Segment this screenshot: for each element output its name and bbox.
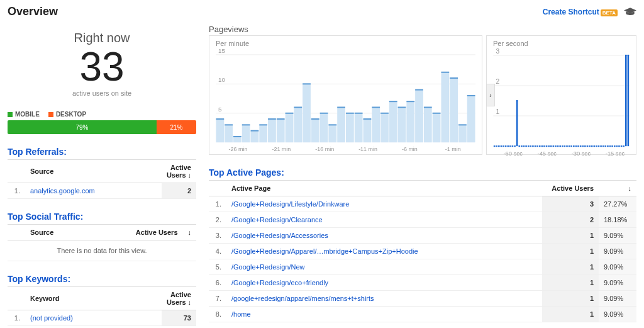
row-pct: 18.18% (599, 212, 636, 228)
row-link[interactable]: /Google+Redesign/Accessories (226, 228, 542, 244)
svg-rect-36 (346, 113, 354, 142)
svg-rect-60 (450, 78, 458, 142)
svg-text:-6 min: -6 min (402, 146, 418, 152)
col-active-page[interactable]: Active Page (226, 181, 542, 196)
sort-icon[interactable]: ↓ (599, 181, 636, 196)
svg-rect-196 (628, 55, 630, 146)
col-active-users[interactable]: Active Users (542, 181, 599, 196)
svg-text:-16 min: -16 min (315, 146, 334, 152)
svg-text:-30 sec: -30 sec (572, 150, 591, 157)
row-index: 5. (209, 259, 226, 275)
svg-text:-60 sec: -60 sec (504, 150, 523, 157)
row-pct: 27.27% (599, 196, 636, 212)
row-users: 2 (162, 183, 196, 199)
svg-rect-64 (467, 96, 475, 142)
svg-rect-58 (441, 72, 449, 142)
chart-collapse-button[interactable]: › (486, 84, 495, 106)
table-row: 3./Google+Redesign/Accessories19.09% (209, 228, 636, 244)
row-link[interactable]: /Google+Redesign/Clearance (226, 212, 542, 228)
col-source[interactable]: Source (25, 225, 87, 240)
svg-rect-54 (424, 107, 432, 142)
table-row: 5./Google+Redesign/New19.09% (209, 259, 636, 275)
row-pct: 9.09% (599, 259, 636, 275)
svg-rect-38 (355, 113, 363, 142)
svg-text:2: 2 (496, 78, 499, 85)
row-pct: 9.09% (599, 275, 636, 291)
row-index: 3. (209, 228, 226, 244)
svg-rect-42 (372, 107, 380, 142)
row-index: 1. (8, 183, 25, 199)
col-active-users[interactable]: Active Users (87, 225, 182, 240)
svg-rect-48 (398, 107, 406, 142)
svg-text:1: 1 (496, 108, 499, 115)
svg-text:-15 sec: -15 sec (606, 150, 625, 157)
row-link[interactable]: (not provided) (25, 310, 162, 326)
svg-text:15: 15 (218, 47, 226, 54)
col-active-users[interactable]: Active Users (162, 160, 196, 183)
rightnow-subtitle: active users on site (8, 89, 196, 97)
col-keyword[interactable]: Keyword (25, 287, 162, 310)
top-keywords-table: Keyword Active Users 1.(not provided)73 (8, 286, 196, 326)
table-row: 7./google+redesign/apparel/mens/mens+t+s… (209, 291, 636, 307)
svg-text:5: 5 (218, 106, 222, 113)
svg-text:-26 min: -26 min (229, 146, 248, 152)
row-link[interactable]: analytics.google.com (25, 183, 162, 199)
per-second-chart[interactable]: › Per second 123-60 sec-45 sec-30 sec-15… (486, 35, 636, 155)
bar-segment: 79% (8, 120, 157, 134)
row-index: 6. (209, 275, 226, 291)
table-row: 1.analytics.google.com2 (8, 183, 196, 199)
row-users: 1 (542, 259, 599, 275)
svg-rect-28 (311, 119, 319, 142)
device-split-bar: 79%21% (8, 120, 196, 134)
row-index: 8. (209, 307, 226, 322)
top-referrals-title: Top Referrals: (8, 147, 196, 157)
row-link[interactable]: /home (226, 307, 542, 322)
top-active-pages-table: Active Page Active Users ↓ 1./Google+Red… (209, 180, 636, 322)
no-data-message: There is no data for this view. (8, 240, 196, 261)
row-index: 4. (209, 244, 226, 259)
top-social-table: Source Active Users ↓ There is no data f… (8, 224, 196, 261)
row-index: 1. (8, 310, 25, 326)
col-source[interactable]: Source (25, 160, 162, 183)
row-users: 1 (542, 275, 599, 291)
table-row: 1./Google+Redesign/Lifestyle/Drinkware32… (209, 196, 636, 212)
row-pct: 9.09% (599, 244, 636, 259)
row-link[interactable]: /Google+Redesign/Lifestyle/Drinkware (226, 196, 542, 212)
row-link[interactable]: /Google+Redesign/eco+friendly (226, 275, 542, 291)
row-users: 1 (542, 307, 599, 322)
svg-text:10: 10 (218, 76, 226, 83)
row-pct: 9.09% (599, 228, 636, 244)
row-link[interactable]: /google+redesign/apparel/mens/mens+t+shi… (226, 291, 542, 307)
col-active-users[interactable]: Active Users (162, 287, 196, 310)
svg-rect-44 (380, 113, 389, 142)
svg-text:-1 min: -1 min (445, 146, 461, 152)
svg-rect-22 (286, 113, 294, 142)
row-pct: 9.09% (599, 291, 636, 307)
table-row: 1.(not provided)73 (8, 310, 196, 326)
svg-text:-21 min: -21 min (272, 146, 291, 152)
legend-item: DESKTOP (48, 111, 86, 118)
table-row: 6./Google+Redesign/eco+friendly19.09% (209, 275, 636, 291)
svg-rect-194 (625, 55, 627, 146)
table-row: 8./home19.09% (209, 307, 636, 322)
table-row: 2./Google+Redesign/Clearance218.18% (209, 212, 636, 228)
svg-rect-34 (337, 107, 345, 142)
svg-text:-11 min: -11 min (358, 146, 377, 152)
bar-segment: 21% (157, 120, 196, 134)
create-shortcut-link[interactable]: Create ShortcutBETA (543, 8, 618, 16)
graduation-cap-icon[interactable] (624, 8, 636, 16)
create-shortcut-label: Create Shortcut (543, 8, 599, 16)
row-users: 1 (542, 228, 599, 244)
table-row: 4./Google+Redesign/Apparel/…mbridge+Camp… (209, 244, 636, 259)
svg-rect-98 (516, 101, 518, 146)
row-index: 7. (209, 291, 226, 307)
row-link[interactable]: /Google+Redesign/New (226, 259, 542, 275)
svg-rect-16 (259, 125, 267, 142)
row-users: 73 (162, 310, 196, 326)
row-link[interactable]: /Google+Redesign/Apparel/…mbridge+Campus… (226, 244, 542, 259)
pageviews-title: Pageviews (209, 25, 636, 34)
per-minute-chart[interactable]: Per minute 51015-26 min-21 min-16 min-11… (209, 35, 482, 155)
rightnow-count: 33 (8, 47, 196, 87)
sort-icon[interactable]: ↓ (183, 225, 197, 240)
row-users: 3 (542, 196, 599, 212)
